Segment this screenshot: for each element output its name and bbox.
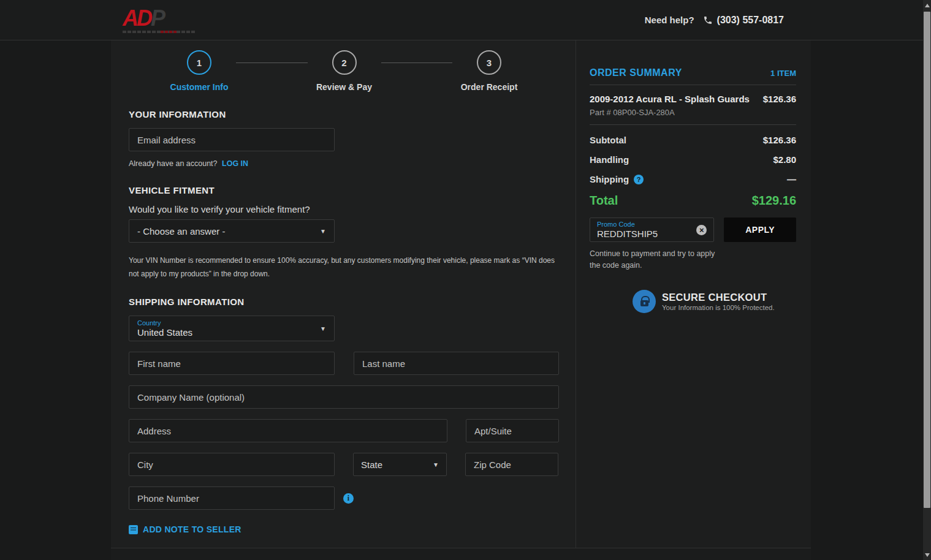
step-1-label: Customer Info xyxy=(170,82,229,92)
step-3-label: Order Receipt xyxy=(461,82,518,92)
chevron-down-icon: ▼ xyxy=(320,325,326,332)
bottom-divider xyxy=(111,548,811,560)
adp-logo[interactable]: ADP xyxy=(123,7,195,33)
step-review-pay[interactable]: 2 Review & Pay xyxy=(308,50,381,92)
account-question: Already have an account? xyxy=(129,159,218,168)
support-phone-link[interactable]: (303) 557-0817 xyxy=(703,15,784,26)
subtotal-value: $126.36 xyxy=(763,135,796,145)
vehicle-fitment-section: VEHICLE FITMENT Would you like to verify… xyxy=(129,185,560,281)
scroll-down-arrow[interactable] xyxy=(923,550,931,560)
state-select[interactable]: State ▼ xyxy=(353,453,447,476)
add-note-to-seller-link[interactable]: ADD NOTE TO SELLER xyxy=(129,524,560,534)
adp-logo-text: ADP xyxy=(123,7,195,29)
subtotal-row: Subtotal $126.36 xyxy=(590,135,796,145)
address-input[interactable] xyxy=(129,419,447,442)
chevron-down-icon: ▼ xyxy=(320,228,326,235)
secure-checkout-subtitle: Your Information is 100% Protected. xyxy=(662,304,775,311)
subtotal-label: Subtotal xyxy=(590,135,626,145)
fitment-dropdown-value: - Choose an answer - xyxy=(137,226,225,236)
vin-note: Your VIN Number is recommended to ensure… xyxy=(129,254,558,281)
fitment-question: Would you like to verify your vehicle fi… xyxy=(129,204,560,214)
city-input[interactable] xyxy=(129,453,335,476)
shipping-information-title: SHIPPING INFORMATION xyxy=(129,297,560,307)
country-select[interactable]: Country United States ▼ xyxy=(129,316,335,341)
vertical-scrollbar[interactable] xyxy=(923,0,931,560)
item-count-badge: 1 ITEM xyxy=(770,69,796,78)
last-name-input[interactable] xyxy=(354,352,559,375)
step-order-receipt[interactable]: 3 Order Receipt xyxy=(452,50,526,92)
zip-code-input[interactable] xyxy=(465,453,558,476)
order-summary-header: ORDER SUMMARY 1 ITEM xyxy=(590,67,796,85)
help-area: Need help? (303) 557-0817 xyxy=(645,15,784,26)
apply-promo-button[interactable]: APPLY xyxy=(724,218,796,242)
product-part-number: Part # 08P00-SJA-280A xyxy=(590,108,796,117)
apt-suite-input[interactable] xyxy=(466,419,559,442)
login-link[interactable]: LOG IN xyxy=(222,159,248,168)
step-2-label: Review & Pay xyxy=(316,82,372,92)
handling-row: Handling $2.80 xyxy=(590,154,796,165)
clear-promo-icon[interactable]: × xyxy=(696,225,707,235)
promo-code-label: Promo Code xyxy=(597,221,658,229)
promo-code-value: REDDITSHIP5 xyxy=(597,229,658,239)
fitment-dropdown[interactable]: - Choose an answer - ▼ xyxy=(129,219,335,243)
support-phone-number: (303) 557-0817 xyxy=(717,15,784,26)
total-row: Total $129.16 xyxy=(590,194,796,208)
shipping-label: Shipping xyxy=(590,174,629,184)
total-label: Total xyxy=(590,194,618,208)
handling-label: Handling xyxy=(590,154,629,165)
email-input[interactable] xyxy=(129,128,335,151)
note-icon xyxy=(129,525,138,534)
need-help-label: Need help? xyxy=(645,15,694,25)
shipping-help-icon[interactable]: ? xyxy=(634,175,644,184)
order-summary-panel: ORDER SUMMARY 1 ITEM 2009-2012 Acura RL … xyxy=(576,40,811,560)
header: ADP Need help? (303) 557-0817 xyxy=(0,0,931,40)
checkout-form: 1 Customer Info 2 Review & Pay 3 Order R… xyxy=(111,40,576,560)
account-row: Already have an account? LOG IN xyxy=(129,159,560,168)
promo-note: Continue to payment and try to apply the… xyxy=(590,248,724,271)
checkout-steps: 1 Customer Info 2 Review & Pay 3 Order R… xyxy=(162,50,526,92)
lock-icon xyxy=(633,290,656,313)
country-value: United States xyxy=(137,327,192,338)
vehicle-fitment-title: VEHICLE FITMENT xyxy=(129,185,560,195)
scroll-up-arrow[interactable] xyxy=(923,0,931,10)
promo-code-row: Promo Code REDDITSHIP5 × APPLY xyxy=(590,218,796,242)
secure-checkout-badge: SECURE CHECKOUT Your Information is 100%… xyxy=(633,290,796,313)
scrollbar-thumb[interactable] xyxy=(924,12,930,508)
product-name: 2009-2012 Acura RL - Splash Guards xyxy=(590,94,750,104)
your-information-section: YOUR INFORMATION Already have an account… xyxy=(129,109,560,168)
country-label: Country xyxy=(137,319,192,327)
phone-icon xyxy=(703,15,713,25)
handling-value: $2.80 xyxy=(773,154,796,165)
secure-checkout-title: SECURE CHECKOUT xyxy=(662,292,775,303)
state-value: State xyxy=(361,460,382,470)
shipping-value: — xyxy=(787,174,796,184)
first-name-input[interactable] xyxy=(129,352,335,375)
add-note-label: ADD NOTE TO SELLER xyxy=(143,524,241,534)
order-summary-title: ORDER SUMMARY xyxy=(590,67,682,78)
totals-rows: Subtotal $126.36 Handling $2.80 Shipping… xyxy=(590,125,796,208)
your-information-title: YOUR INFORMATION xyxy=(129,109,560,119)
product-price: $126.36 xyxy=(763,94,796,104)
adp-logo-tagline xyxy=(123,31,195,33)
step-customer-info[interactable]: 1 Customer Info xyxy=(162,50,236,92)
shipping-information-section: SHIPPING INFORMATION Country United Stat… xyxy=(129,297,560,534)
promo-code-field[interactable]: Promo Code REDDITSHIP5 × xyxy=(590,218,714,242)
step-3-circle: 3 xyxy=(477,50,501,75)
content: 1 Customer Info 2 Review & Pay 3 Order R… xyxy=(111,40,811,560)
phone-info-icon[interactable]: i xyxy=(343,493,354,504)
step-connector xyxy=(381,62,453,63)
step-2-circle: 2 xyxy=(332,50,357,75)
company-name-input[interactable] xyxy=(129,385,559,409)
phone-number-input[interactable] xyxy=(129,486,335,510)
chevron-down-icon: ▼ xyxy=(433,461,439,468)
order-item: 2009-2012 Acura RL - Splash Guards $126.… xyxy=(590,85,796,125)
shipping-row: Shipping ? — xyxy=(590,174,796,184)
total-value: $129.16 xyxy=(752,194,796,208)
step-1-circle: 1 xyxy=(187,50,211,75)
step-connector xyxy=(236,62,308,63)
